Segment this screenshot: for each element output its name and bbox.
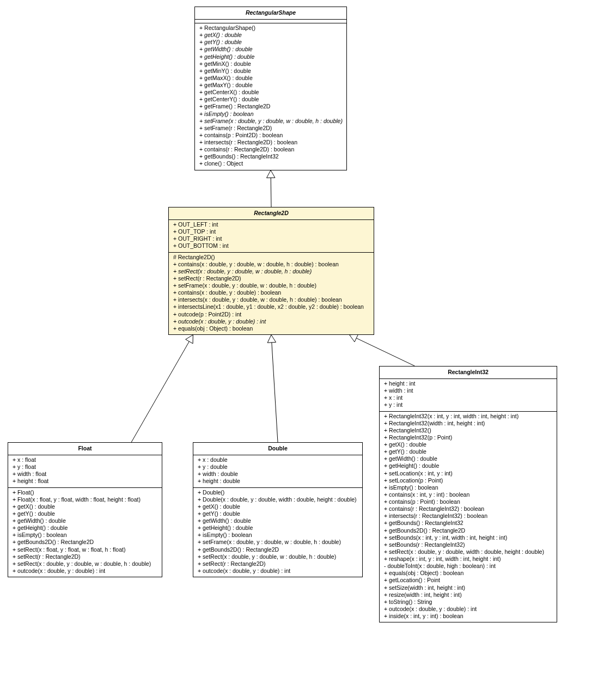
- operation: + RectangleInt32(p : Point): [384, 434, 552, 441]
- operation: + outcode(x : double, y : double) : int: [384, 606, 552, 613]
- operation: # Rectangle2D(): [173, 254, 369, 261]
- operation: + setRect(x : double, y : double, w : do…: [198, 553, 358, 560]
- operation: + getWidth() : double: [198, 517, 358, 524]
- operation: + toString() : String: [384, 599, 552, 606]
- class-name: Float: [8, 443, 162, 455]
- operation: + outcode(x : double, y : double) : int: [173, 318, 369, 325]
- operation: + Double(x : double, y : double, width :…: [198, 496, 358, 503]
- attribute: + OUT_TOP : int: [173, 228, 369, 235]
- uml-class-rectangularshape: RectangularShape+ RectangularShape()+ ge…: [194, 7, 347, 170]
- class-name: Double: [193, 443, 362, 455]
- uml-class-rectangle2d: Rectangle2D+ OUT_LEFT : int+ OUT_TOP : i…: [168, 207, 374, 335]
- attribute: + height : float: [13, 478, 157, 485]
- attributes-compartment: + x : double+ y : double+ width : double…: [193, 455, 362, 488]
- operation: + getHeight() : double: [199, 53, 342, 60]
- operation: + getWidth() : double: [384, 455, 552, 462]
- operation: + Double(): [198, 489, 358, 496]
- attribute: + x : double: [198, 456, 358, 463]
- operation: + intersects(r : RectangleInt32) : boole…: [384, 512, 552, 520]
- operation: + resize(width : int, height : int): [384, 591, 552, 599]
- operation: + getBounds() : RectangleInt32: [199, 153, 342, 160]
- operation: + contains(p : Point) : boolean: [384, 498, 552, 505]
- operation: + equals(obj : Object) : boolean: [384, 570, 552, 577]
- attribute: + height : double: [198, 478, 358, 485]
- operation: + getX() : double: [13, 503, 157, 510]
- generalization-arrowhead-icon: [350, 334, 358, 342]
- operation: + contains(p : Point2D) : boolean: [199, 132, 342, 139]
- operation: + RectangleInt32(): [384, 427, 552, 434]
- class-name: RectangularShape: [195, 7, 346, 20]
- operation: + getHeight() : double: [13, 524, 157, 532]
- operation: + setFrame(r : Rectangle2D): [199, 125, 342, 132]
- operation: + contains(x : double, y : double) : boo…: [173, 289, 369, 296]
- attribute: + y : float: [13, 463, 157, 471]
- operation: + outcode(x : double, y : double) : int: [198, 567, 358, 575]
- attributes-compartment: [195, 20, 346, 23]
- attribute: + y : int: [384, 401, 552, 408]
- operation: + isEmpty() : boolean: [198, 532, 358, 539]
- operation: + isEmpty() : boolean: [199, 111, 342, 118]
- attribute: + OUT_RIGHT : int: [173, 235, 369, 242]
- operation: + equals(obj : Object) : boolean: [173, 325, 369, 332]
- operation: + setRect(x : double, y : double, w : do…: [13, 560, 157, 567]
- operation: + outcode(x : double, y : double) : int: [13, 567, 157, 575]
- attribute: + width : float: [13, 471, 157, 478]
- operation: + setFrame(x : double, y : double, w : d…: [198, 539, 358, 546]
- operation: + getLocation() : Point: [384, 577, 552, 584]
- operation: + getX() : double: [198, 503, 358, 510]
- operation: + getY() : double: [13, 510, 157, 517]
- operation: + getMinY() : double: [199, 68, 342, 75]
- operation: + setSize(width : int, height : int): [384, 584, 552, 591]
- operation: + getBounds2D() : Rectangle2D: [384, 527, 552, 534]
- operation: + getBounds2D() : Rectangle2D: [198, 546, 358, 553]
- operation: + getHeight() : double: [198, 524, 358, 532]
- operation: + setFrame(x : double, y : double, w : d…: [173, 282, 369, 289]
- operation: + setRect(r : Rectangle2D): [13, 553, 157, 560]
- attributes-compartment: + OUT_LEFT : int+ OUT_TOP : int+ OUT_RIG…: [169, 220, 374, 253]
- operation: + contains(x : int, y : int) : boolean: [384, 491, 552, 498]
- operation: + Float(x : float, y : float, width : fl…: [13, 496, 157, 503]
- operations-compartment: + RectangularShape()+ getX() : double+ g…: [195, 23, 346, 170]
- operation: + intersectsLine(x1 : double, y1 : doubl…: [173, 303, 369, 310]
- operation: + getX() : double: [199, 32, 342, 39]
- operation: + setRect(r : Rectangle2D): [198, 560, 358, 567]
- uml-class-double: Double+ x : double+ y : double+ width : …: [193, 442, 363, 577]
- operation: + setLocation(p : Point): [384, 477, 552, 484]
- attribute: + width : double: [198, 471, 358, 478]
- operation: + outcode(p : Point2D) : int: [173, 311, 369, 318]
- operation: + isEmpty() : boolean: [384, 484, 552, 491]
- operation: + setRect(x : float, y : float, w : floa…: [13, 546, 157, 553]
- operation: + getY() : double: [384, 448, 552, 455]
- operation: + setFrame(x : double, y : double, w : d…: [199, 118, 342, 125]
- operation: + RectangularShape(): [199, 25, 342, 32]
- operation: + contains(r : Rectangle2D) : boolean: [199, 146, 342, 153]
- operation: + getFrame() : Rectangle2D: [199, 103, 342, 110]
- operation: + setLocation(x : int, y : int): [384, 470, 552, 477]
- generalization-line: [272, 343, 278, 442]
- operation: + contains(r : RectangleInt32) : boolean: [384, 505, 552, 512]
- operation: + getBounds() : RectangleInt32: [384, 520, 552, 527]
- attributes-compartment: + x : float+ y : float+ width : float+ h…: [8, 455, 162, 488]
- operation: + contains(x : double, y : double, w : d…: [173, 261, 369, 268]
- class-name: RectangleInt32: [380, 367, 557, 379]
- operation: - doubleToInt(x : double, high : boolean…: [384, 563, 552, 570]
- uml-class-float: Float+ x : float+ y : float+ width : flo…: [8, 442, 162, 577]
- attribute: + OUT_LEFT : int: [173, 221, 369, 228]
- operation: + Float(): [13, 489, 157, 496]
- operation: + intersects(x : double, y : double, w :…: [173, 296, 369, 303]
- operation: + getY() : double: [199, 39, 342, 46]
- operation: + getCenterY() : double: [199, 96, 342, 103]
- attribute: + x : float: [13, 456, 157, 463]
- generalization-arrowhead-icon: [186, 335, 193, 344]
- operation: + reshape(x : int, y : int, width : int,…: [384, 555, 552, 563]
- attribute: + y : double: [198, 463, 358, 471]
- operation: + getMinX() : double: [199, 60, 342, 68]
- generalization-line: [356, 338, 414, 366]
- operation: + RectangleInt32(x : int, y : int, width…: [384, 413, 552, 420]
- operation: + inside(x : int, y : int) : boolean: [384, 613, 552, 620]
- operation: + getY() : double: [198, 510, 358, 517]
- uml-class-rectangleint32: RectangleInt32+ height : int+ width : in…: [379, 366, 557, 622]
- generalization-line: [271, 178, 271, 207]
- operations-compartment: + RectangleInt32(x : int, y : int, width…: [380, 412, 557, 622]
- attribute: + OUT_BOTTOM : int: [173, 242, 369, 249]
